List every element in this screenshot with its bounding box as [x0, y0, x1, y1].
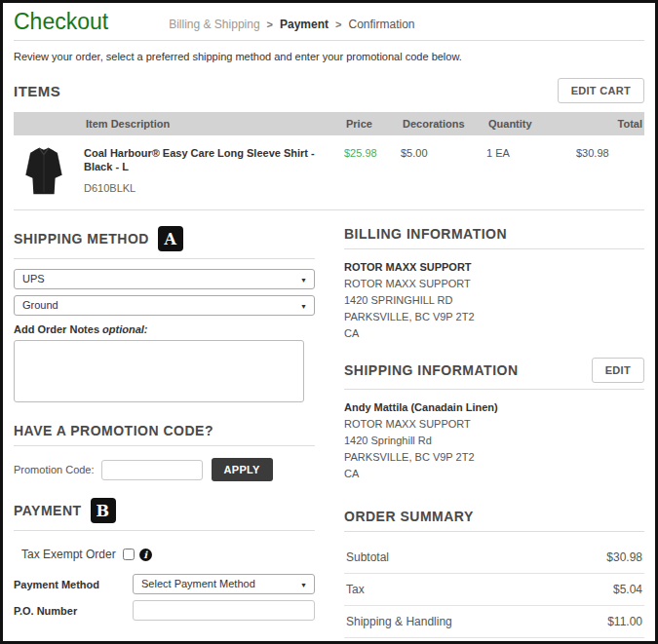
promotion-code-input[interactable] [101, 460, 203, 480]
items-section-header: ITEMS EDIT CART [14, 78, 644, 103]
order-summary-heading-row: ORDER SUMMARY [344, 509, 644, 532]
payment-method-label: Payment Method [14, 579, 133, 590]
edit-shipping-button[interactable]: EDIT [592, 358, 644, 383]
order-notes-label-text: Add Order Notes [14, 323, 99, 335]
promotion-heading-row: HAVE A PROMOTION CODE? [14, 423, 315, 446]
col-quantity: Quantity [486, 118, 576, 130]
cart-item-row: Coal Harbour® Easy Care Long Sleeve Shir… [14, 135, 644, 209]
shipping-address-line: ROTOR MAXX SUPPORT [344, 416, 644, 433]
shipping-address-line: CA [344, 466, 644, 482]
summary-label: Subtotal [346, 550, 389, 564]
billing-address-line: 1420 SPRINGHILL RD [344, 292, 644, 309]
service-selected-value: Ground [22, 299, 58, 311]
page-title: Checkout [14, 11, 108, 33]
shipping-address-line: PARKSVILLE, BC V9P 2T2 [344, 449, 644, 466]
summary-value: $5.04 [613, 583, 642, 596]
chevron-down-icon: ▼ [300, 270, 307, 289]
shipping-method-heading: SHIPPING METHOD [14, 231, 149, 246]
order-summary-heading: ORDER SUMMARY [344, 509, 474, 524]
breadcrumb-confirmation: Confirmation [348, 18, 414, 31]
apply-button[interactable]: APPLY [212, 458, 273, 481]
shipping-address-line: 1420 Springhill Rd [344, 433, 644, 449]
item-description: Coal Harbour® Easy Care Long Sleeve Shir… [84, 146, 344, 174]
payment-method-row: Payment Method Select Payment Method ▼ [14, 574, 315, 594]
item-description-block: Coal Harbour® Easy Care Long Sleeve Shir… [84, 142, 344, 194]
callout-badge-a: A [158, 226, 183, 251]
payment-method-selected-value: Select Payment Method [141, 578, 255, 589]
shipping-info-heading-row: SHIPPING INFORMATION EDIT [344, 358, 644, 390]
chevron-down-icon: ▼ [300, 575, 307, 594]
col-item-description: Item Description [84, 118, 344, 130]
breadcrumb-payment: Payment [280, 18, 329, 31]
page-header: Checkout Billing & Shipping > Payment > … [14, 11, 644, 41]
breadcrumb: Billing & Shipping > Payment > Confirmat… [169, 18, 414, 33]
breadcrumb-separator: > [267, 19, 273, 30]
tax-exempt-row: Tax Exempt Order i [14, 541, 315, 574]
billing-info-heading: BILLING INFORMATION [344, 226, 507, 242]
billing-info-heading-row: BILLING INFORMATION [344, 226, 644, 249]
payment-heading-row: PAYMENT B [14, 498, 315, 531]
tax-exempt-label: Tax Exempt Order [21, 548, 116, 561]
summary-row-subtotal: Subtotal $30.98 [344, 542, 644, 574]
item-price: $25.98 [344, 142, 401, 159]
shipping-method-heading-row: SHIPPING METHOD A [14, 226, 315, 259]
payment-heading: PAYMENT [14, 503, 82, 518]
order-notes-textarea[interactable] [14, 340, 304, 402]
item-sku: D610BLKL [84, 182, 344, 194]
intro-text: Review your order, select a preferred sh… [14, 51, 644, 62]
promotion-code-label: Promotion Code: [14, 464, 95, 475]
summary-label: Shipping & Handling [346, 615, 452, 628]
item-quantity: 1 EA [486, 142, 576, 159]
promotion-heading: HAVE A PROMOTION CODE? [14, 423, 213, 438]
billing-address-line: ROTOR MAXX SUPPORT [344, 276, 644, 292]
order-notes-optional-text: optional: [102, 323, 147, 335]
summary-value: $30.98 [606, 550, 642, 564]
item-decorations: $5.00 [401, 142, 486, 159]
tax-exempt-checkbox[interactable] [123, 549, 135, 560]
carrier-selected-value: UPS [22, 273, 45, 284]
po-number-input[interactable] [133, 600, 315, 621]
carrier-select[interactable]: UPS ▼ [14, 269, 315, 289]
info-icon[interactable]: i [139, 549, 152, 561]
checkout-page: Checkout Billing & Shipping > Payment > … [0, 0, 658, 644]
left-column: SHIPPING METHOD A UPS ▼ Ground ▼ Add Ord… [14, 226, 315, 644]
summary-row-total: Total $47.02 [344, 638, 644, 644]
item-total: $30.98 [576, 142, 644, 159]
billing-address: ROTOR MAXX SUPPORT ROTOR MAXX SUPPORT 14… [344, 259, 644, 342]
summary-row-tax: Tax $5.04 [344, 574, 644, 606]
order-summary-section: ORDER SUMMARY Subtotal $30.98 Tax $5.04 … [344, 509, 644, 644]
payment-method-select[interactable]: Select Payment Method ▼ [133, 574, 315, 594]
right-column: BILLING INFORMATION ROTOR MAXX SUPPORT R… [344, 226, 644, 644]
chevron-down-icon: ▼ [300, 296, 307, 316]
items-heading: ITEMS [14, 83, 60, 99]
summary-row-shipping: Shipping & Handling $11.00 [344, 606, 644, 638]
breadcrumb-billing-shipping[interactable]: Billing & Shipping [169, 18, 259, 31]
shipping-address-line: Andy Mattila (Canadain Linen) [344, 399, 644, 416]
summary-label: Tax [346, 583, 365, 596]
order-notes-label: Add Order Notes optional: [14, 323, 315, 335]
col-decorations: Decorations [401, 118, 486, 130]
shipping-address: Andy Mattila (Canadain Linen) ROTOR MAXX… [344, 399, 644, 482]
po-number-label: P.O. Number [14, 605, 133, 617]
col-price: Price [344, 118, 401, 130]
breadcrumb-separator: > [335, 19, 341, 30]
shipping-info-heading: SHIPPING INFORMATION [344, 362, 519, 378]
service-select[interactable]: Ground ▼ [14, 295, 315, 316]
product-image [14, 142, 74, 201]
promotion-row: Promotion Code: APPLY [14, 458, 315, 481]
col-total: Total [576, 118, 644, 130]
promotion-section: HAVE A PROMOTION CODE? Promotion Code: A… [14, 423, 315, 481]
shipping-info-section: SHIPPING INFORMATION EDIT Andy Mattila (… [344, 358, 644, 482]
payment-section: PAYMENT B Tax Exempt Order i Payment Met… [14, 498, 315, 621]
callout-badge-b: B [91, 498, 116, 523]
items-table-header: Item Description Price Decorations Quant… [14, 112, 644, 135]
items-divider [14, 209, 644, 210]
billing-address-line: ROTOR MAXX SUPPORT [344, 259, 644, 276]
po-number-row: P.O. Number [14, 600, 315, 621]
billing-address-line: PARKSVILLE, BC V9P 2T2 [344, 309, 644, 325]
shirt-image [16, 143, 72, 200]
edit-cart-button[interactable]: EDIT CART [558, 78, 644, 103]
billing-address-line: CA [344, 325, 644, 342]
summary-value: $11.00 [607, 615, 642, 628]
